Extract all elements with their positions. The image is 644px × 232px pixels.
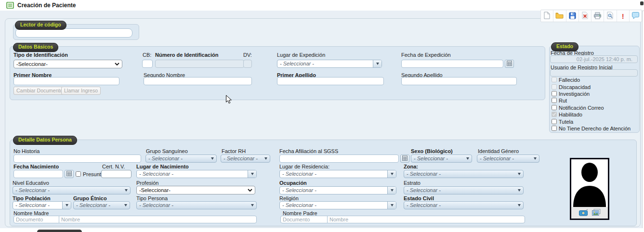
grupo-etnico-combo[interactable]: - Seleccionar - xyxy=(73,201,130,209)
grupo-sanguineo-label: Grupo Sanguíneo xyxy=(146,148,188,154)
ocupacion-label: Ocupación xyxy=(279,180,307,186)
nivel-educativo-combo[interactable]: - Seleccionar - xyxy=(13,186,131,194)
fecha-expedicion-calendar-button[interactable] xyxy=(505,60,514,68)
cambiar-documento-button[interactable]: Cambiar Documento xyxy=(13,87,66,95)
primer-apellido-input[interactable] xyxy=(277,77,384,85)
notificacion-correo-checkbox[interactable] xyxy=(552,105,557,110)
toolbar: ! xyxy=(540,10,642,22)
religion-combo[interactable]: - Seleccionar - xyxy=(279,201,396,209)
estrato-combo[interactable]: - Seleccionar - xyxy=(404,186,524,194)
habilitado-checkbox[interactable] xyxy=(552,112,557,117)
fecha-nacimiento-label: Fecha Nacimiento xyxy=(13,164,59,169)
primer-nombre-input[interactable] xyxy=(13,77,119,85)
photo-silhouette xyxy=(571,159,608,207)
nombre-madre-documento-input[interactable] xyxy=(13,216,59,223)
no-derecho-atencion-checkbox[interactable] xyxy=(552,126,557,131)
no-historia-label: No Historia xyxy=(13,148,39,154)
bottom-strip xyxy=(0,228,644,232)
tipo-identificacion-select[interactable]: -Seleccionar- xyxy=(13,60,122,68)
estrato-label: Estrato xyxy=(404,180,421,186)
dv-input xyxy=(243,60,252,68)
tipo-poblacion-combo[interactable]: - Seleccionar - xyxy=(13,201,71,209)
comment-icon xyxy=(631,12,640,20)
lugar-expedicion-label: Lugar de Expedición xyxy=(277,52,325,58)
tipo-persona-combo[interactable]: - Seleccionar - xyxy=(136,201,257,209)
dropdown-arrow-icon xyxy=(387,187,396,194)
photo-actions xyxy=(571,207,608,219)
delete-button[interactable] xyxy=(579,10,591,22)
nivel-educativo-label: Nivel Educativo xyxy=(13,180,49,186)
checkbox-investigacion[interactable]: Investigación xyxy=(552,90,590,97)
fecha-afiliacion-input[interactable] xyxy=(279,155,399,163)
zona-combo[interactable]: - Seleccionar - xyxy=(404,170,524,178)
sexo-biologico-combo[interactable]: - Seleccionar - xyxy=(411,155,472,163)
tipo-persona-label: Tipo Persona xyxy=(136,195,168,201)
lugar-expedicion-combo[interactable]: - Seleccionar - xyxy=(277,60,382,68)
checkbox-habilitado[interactable]: Habilitado xyxy=(552,111,582,117)
checkbox-tutela[interactable]: Tutela xyxy=(552,118,573,125)
fallecido-checkbox[interactable] xyxy=(552,77,557,82)
cb-input[interactable] xyxy=(142,60,153,68)
fecha-afiliacion-calendar-button[interactable] xyxy=(400,155,409,163)
dropdown-arrow-icon xyxy=(515,202,523,209)
rut-checkbox[interactable] xyxy=(552,98,557,103)
alert-button[interactable]: ! xyxy=(617,10,630,22)
checkbox-rut[interactable]: Rut xyxy=(552,97,567,103)
numero-identificacion-input xyxy=(155,60,244,68)
fecha-nacimiento-calendar-button[interactable] xyxy=(65,170,74,178)
tipo-poblacion-label: Tipo Población xyxy=(13,195,51,201)
nombre-padre-nombre-input[interactable] xyxy=(327,216,525,223)
fecha-expedicion-input[interactable] xyxy=(401,60,503,68)
dropdown-arrow-icon xyxy=(373,60,381,67)
tipo-identificacion-label: Tipo de Identificación xyxy=(13,52,68,58)
patient-photo-frame xyxy=(570,158,609,220)
segundo-nombre-input[interactable] xyxy=(144,77,252,85)
save-button[interactable] xyxy=(566,10,579,22)
load-image-button[interactable] xyxy=(591,209,601,217)
identidad-genero-label: Identidad Género xyxy=(478,148,519,154)
dropdown-arrow-icon xyxy=(515,170,523,178)
cert-nv-input[interactable] xyxy=(101,170,131,178)
preview-button[interactable] xyxy=(604,10,617,22)
segundo-apellido-input[interactable] xyxy=(401,77,517,85)
lugar-residencia-combo[interactable]: - Seleccionar - xyxy=(279,170,396,178)
lugar-nacimiento-combo[interactable]: - Seleccionar - xyxy=(136,170,257,178)
estado-civil-combo[interactable]: - Seleccionar - xyxy=(404,201,524,209)
investigacion-checkbox[interactable] xyxy=(552,91,557,96)
lector-codigo-badge: Lector de código xyxy=(15,21,66,30)
gallery-icon xyxy=(591,209,601,217)
comment-button[interactable] xyxy=(630,10,642,22)
fecha-nacimiento-input[interactable] xyxy=(13,170,63,178)
factor-rh-label: Factor RH xyxy=(222,148,246,154)
print-icon xyxy=(593,12,602,20)
take-photo-button[interactable] xyxy=(579,209,588,217)
presuntiva-checkbox[interactable] xyxy=(76,171,81,177)
no-historia-input[interactable] xyxy=(13,155,141,163)
identidad-genero-combo[interactable]: - Seleccionar - xyxy=(477,155,539,163)
datos-basicos-badge: Datos Básicos xyxy=(13,43,58,52)
chevron-down-icon xyxy=(248,187,252,193)
llamar-ingreso-button[interactable]: Llamar Ingreso xyxy=(61,87,101,95)
factor-rh-combo[interactable]: - Seleccionar - xyxy=(221,155,270,163)
new-document-button[interactable] xyxy=(541,10,553,22)
nombre-madre-nombre-input[interactable] xyxy=(59,216,257,223)
discapacidad-checkbox[interactable] xyxy=(552,84,557,90)
checkbox-fallecido[interactable]: Fallecido xyxy=(552,77,580,83)
checkbox-no-derecho-atencion[interactable]: No Tiene Derecho de Atención xyxy=(552,125,631,131)
fecha-afiliacion-label: Fecha Afiliación al SGSS xyxy=(279,148,338,154)
dropdown-arrow-icon xyxy=(208,155,216,162)
nombre-padre-documento-input[interactable] xyxy=(280,216,328,223)
grupo-sanguineo-combo[interactable]: - Seleccionar - xyxy=(145,155,217,163)
new-document-icon xyxy=(543,12,551,20)
camera-icon xyxy=(579,209,588,217)
chevron-down-icon xyxy=(115,61,119,67)
print-button[interactable] xyxy=(591,10,604,22)
open-button[interactable] xyxy=(553,10,566,22)
tutela-checkbox[interactable] xyxy=(552,119,557,124)
profesion-select[interactable]: -Seleccionar- xyxy=(136,186,255,194)
cb-label: CB: xyxy=(143,52,151,58)
ocupacion-combo[interactable]: - Seleccionar - xyxy=(279,186,396,194)
checkbox-notificacion-correo[interactable]: Notificación Correo xyxy=(552,104,604,111)
lector-codigo-input[interactable] xyxy=(15,28,132,38)
checkbox-discapacidad[interactable]: Discapacidad xyxy=(552,84,591,90)
